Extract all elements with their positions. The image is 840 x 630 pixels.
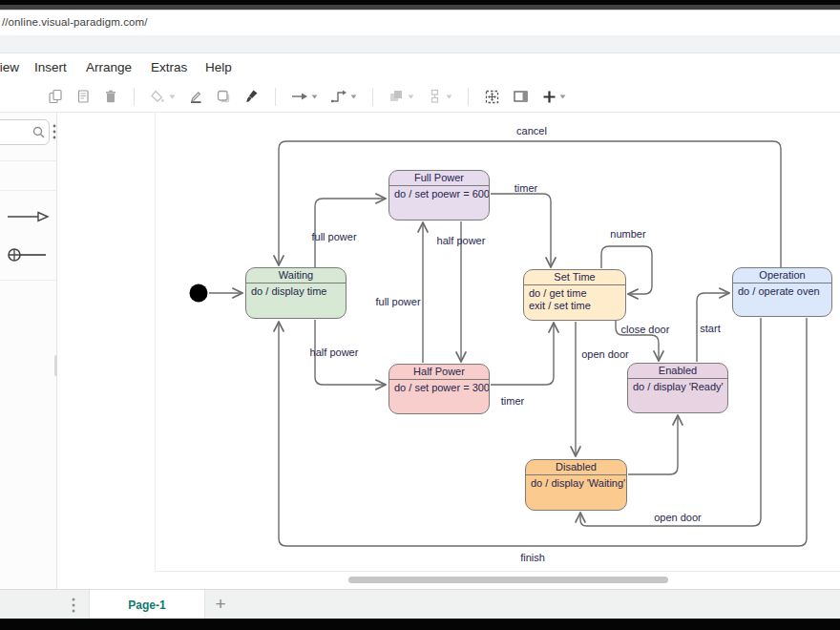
- edge-label-open-door-settime-disabled[interactable]: open door: [581, 348, 629, 360]
- state-title: Operation: [733, 268, 831, 284]
- state-operation[interactable]: Operationdo / operate oven: [732, 267, 832, 317]
- edge-label-full-power-waiting-fullpower[interactable]: full power: [311, 231, 356, 242]
- state-title: Disabled: [526, 460, 626, 475]
- state-set-time[interactable]: Set Timedo / get timeexit / set time: [523, 269, 626, 321]
- transition-cancel-operation-waiting[interactable]: [279, 141, 781, 267]
- page-tabs-bar: Page-1 +: [0, 589, 840, 619]
- state-title: Set Time: [524, 270, 625, 285]
- state-full-power[interactable]: Full Powerdo / set poewr = 600: [388, 170, 490, 220]
- transition-disabled-to-enabled[interactable]: [628, 416, 678, 474]
- diagram-canvas[interactable]: cancelfull powerhalf powerfull powerhalf…: [0, 0, 840, 630]
- state-title: Waiting: [246, 268, 346, 284]
- state-activities: do / operate oven: [733, 284, 831, 298]
- pages-menu-kebab-icon[interactable]: [71, 597, 76, 614]
- edge-label-finish-operation-waiting[interactable]: finish: [520, 552, 545, 563]
- state-activities: do / display 'Waiting': [526, 475, 626, 490]
- state-activities: do / set power = 300: [389, 380, 489, 394]
- state-title: Enabled: [628, 364, 727, 379]
- edge-label-open-door-operation-disabled[interactable]: open door: [654, 512, 702, 523]
- state-activities: do / display time: [246, 284, 346, 298]
- state-activities: do / display 'Ready': [628, 379, 727, 393]
- state-activities: do / get timeexit / set time: [524, 285, 625, 312]
- edge-label-full-power-halfpower-fullpower[interactable]: full power: [375, 296, 420, 307]
- state-half-power[interactable]: Half Powerdo / set power = 300: [388, 364, 490, 414]
- transition-edges: [0, 0, 840, 630]
- edge-label-number-settime-self[interactable]: number: [610, 228, 645, 240]
- page-tab-active[interactable]: Page-1: [89, 590, 205, 620]
- transition-timer-halfpower-settime[interactable]: [491, 324, 554, 385]
- edge-label-half-power-waiting-halfpower[interactable]: half power: [310, 346, 359, 358]
- state-activities: do / set poewr = 600: [389, 186, 489, 200]
- add-page-button[interactable]: +: [208, 592, 233, 617]
- transition-timer-fullpower-settime[interactable]: [491, 194, 551, 266]
- state-title: Half Power: [389, 365, 489, 380]
- edge-label-start-enabled-operation[interactable]: start: [700, 323, 720, 334]
- state-enabled[interactable]: Enableddo / display 'Ready': [627, 363, 728, 413]
- state-title: Full Power: [389, 171, 489, 186]
- edge-label-timer-fullpower-settime[interactable]: timer: [514, 182, 537, 194]
- state-waiting[interactable]: Waitingdo / display time: [245, 267, 346, 319]
- edge-label-close-door-settime-enabled[interactable]: close door: [621, 324, 670, 335]
- edge-label-half-power-fullpower-halfpower[interactable]: half power: [437, 235, 486, 246]
- app-window: //online.visual-paradigm.com/ View Inser…: [0, 0, 840, 630]
- initial-state[interactable]: [190, 284, 208, 303]
- state-disabled[interactable]: Disableddo / display 'Waiting': [525, 459, 627, 511]
- edge-label-timer-halfpower-settime[interactable]: timer: [501, 395, 524, 407]
- screen-bottom-edge: [0, 619, 840, 630]
- edge-label-cancel-operation-waiting[interactable]: cancel: [516, 125, 547, 136]
